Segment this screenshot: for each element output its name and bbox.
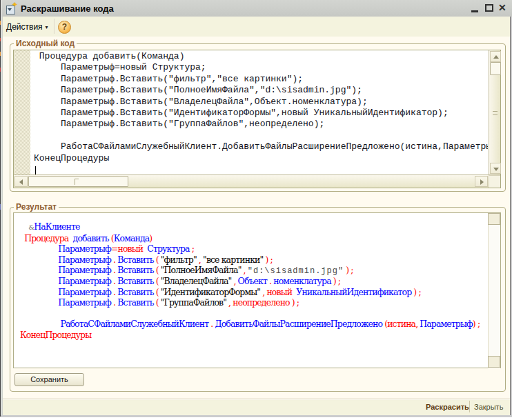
result-scroll-column (488, 213, 500, 368)
scroll-mark (493, 111, 498, 115)
result-code-line: Параметрыф . Вставить ( "ВладелецФайла" … (20, 276, 488, 287)
source-code-editor[interactable]: Процедура добавить(Команда) Параметрыф=н… (13, 50, 501, 188)
title-bar[interactable]: ✦ Раскрашивание кода ✕ (1, 0, 512, 17)
result-code-line: РаботаСФайламиСлужебныйКлиент . Добавить… (20, 319, 488, 330)
window-bottom-edge (1, 415, 512, 417)
result-code-line: Процедура добавить (Команда) (20, 233, 488, 244)
menu-band (3, 17, 511, 37)
source-code-line: КонецПроцедуры (34, 153, 488, 164)
source-group-label: Исходный код (14, 39, 77, 48)
scroll-right-icon[interactable] (475, 176, 488, 187)
close-button[interactable]: Закрыть (474, 403, 503, 411)
save-button[interactable]: Сохранить (14, 373, 84, 386)
source-code-line: Параметрыф=новый Структура; (34, 62, 488, 73)
result-code-line: Параметрыф . Вставить ( "ИдентификаторФо… (20, 287, 488, 298)
result-code-line: Параметрыф . Вставить ( "ГруппаФайлов" ,… (20, 297, 488, 308)
menubar-separator (54, 19, 55, 34)
result-scroll-bottom-square (488, 356, 500, 368)
source-code-line: Процедура добавить(Команда) (34, 51, 488, 62)
footer-groove (3, 399, 511, 400)
help-button[interactable]: ? (58, 21, 71, 34)
result-code-line: Параметрыф . Вставить ( "фильтр" , "все … (20, 254, 488, 266)
footer-separator (469, 401, 470, 412)
editor-horizontal-scrollbar[interactable] (14, 174, 500, 188)
scroll-mark-h (75, 179, 79, 185)
maximize-icon[interactable] (485, 4, 493, 12)
source-code-line: Параметрыф.Вставить("ВладелецФайла",Объе… (34, 97, 488, 108)
result-code-line: КонецПроцедуры (20, 330, 488, 341)
scrollbar-corner (489, 175, 500, 188)
source-code-line: Параметрыф.Вставить("ПолноеИмяФайла","d:… (34, 85, 488, 96)
result-code-line: &НаКлиенте (20, 221, 488, 233)
background-window-edge (0, 0, 1, 417)
editor-vertical-scrollbar[interactable] (489, 50, 500, 174)
vertical-scroll-thumb[interactable] (490, 62, 501, 75)
colorize-button[interactable]: Раскрасить (426, 403, 469, 411)
result-view[interactable]: &НаКлиенте Процедура добавить (Команда) … (13, 212, 501, 368)
source-code-line: Параметрыф.Вставить("ИдентификаторФормы"… (34, 108, 488, 119)
result-code-line (20, 308, 488, 319)
scroll-up-icon[interactable] (490, 51, 501, 62)
source-code-line: Параметрыф.Вставить("ГруппаФайлов",неопр… (34, 119, 488, 130)
result-scroll-top-square (488, 213, 500, 225)
source-code-line: РаботаСФайламиСлужебныйКлиент.ДобавитьФа… (34, 141, 488, 152)
chevron-down-icon: ▾ (46, 24, 48, 30)
editor-gutter (14, 50, 30, 174)
form-icon: ✦ (6, 2, 18, 14)
scroll-left-icon[interactable] (14, 176, 28, 187)
actions-menu[interactable]: Действия▾ (4, 21, 50, 36)
source-code-line (34, 130, 488, 141)
close-icon[interactable]: ✕ (498, 2, 506, 13)
source-code-text[interactable]: Процедура добавить(Команда) Параметрыф=н… (34, 51, 488, 174)
scroll-down-icon[interactable] (490, 163, 501, 174)
result-group-label: Результат (14, 202, 59, 212)
result-colored-code: &НаКлиенте Процедура добавить (Команда) … (20, 221, 488, 366)
result-code-line: Параметрыф=новый Структура ; (20, 243, 488, 254)
window-title: Раскрашивание кода (21, 3, 114, 14)
minimize-icon[interactable] (471, 10, 478, 12)
source-code-line: Параметрыф.Вставить("фильтр","все картин… (34, 74, 488, 85)
result-code-line: Параметрыф . Вставить ( "ПолноеИмяФайла"… (20, 265, 488, 276)
